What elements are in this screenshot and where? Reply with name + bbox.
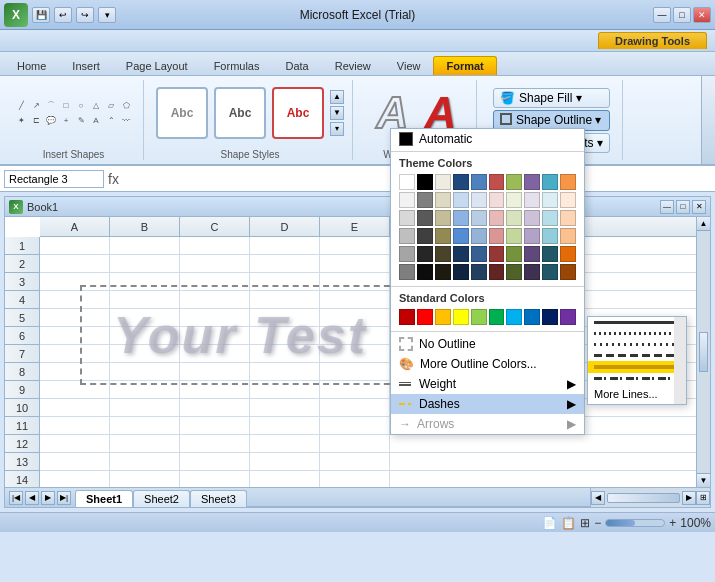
scroll-up-button[interactable]: ▲	[697, 217, 710, 231]
theme-color-cell[interactable]	[417, 246, 433, 262]
dash-dashed-item[interactable]	[588, 350, 686, 361]
shape-style-3-button[interactable]: Abc	[272, 87, 324, 139]
style-scroll-down[interactable]: ▼	[330, 106, 344, 120]
zoom-slider[interactable]	[605, 519, 665, 527]
line-shape-btn[interactable]: ╱	[14, 98, 28, 112]
formula-function-icon[interactable]: fx	[108, 171, 119, 187]
cell-E10[interactable]	[320, 399, 390, 417]
arrows-item[interactable]: → Arrows ▶	[391, 414, 584, 434]
theme-color-cell[interactable]	[435, 228, 451, 244]
theme-color-cell[interactable]	[542, 210, 558, 226]
tab-data[interactable]: Data	[272, 56, 321, 75]
tri-shape-btn[interactable]: △	[89, 98, 103, 112]
theme-color-cell[interactable]	[506, 228, 522, 244]
standard-color-cell[interactable]	[417, 309, 433, 325]
circle-shape-btn[interactable]: ○	[74, 98, 88, 112]
standard-color-cell[interactable]	[399, 309, 415, 325]
zoom-in-icon[interactable]: +	[669, 516, 676, 530]
workbook-maximize-button[interactable]: □	[676, 200, 690, 214]
sheet-next-button[interactable]: ▶	[41, 491, 55, 505]
theme-color-cell[interactable]	[489, 174, 505, 190]
banner-shape-btn[interactable]: ⊏	[29, 113, 43, 127]
theme-color-cell[interactable]	[417, 210, 433, 226]
page-break-view-icon[interactable]: ⊞	[580, 516, 590, 530]
theme-color-cell[interactable]	[399, 246, 415, 262]
tab-insert[interactable]: Insert	[59, 56, 113, 75]
theme-color-cell[interactable]	[524, 174, 540, 190]
cell-B2[interactable]	[110, 255, 180, 273]
theme-color-cell[interactable]	[506, 192, 522, 208]
no-outline-item[interactable]: No Outline	[391, 334, 584, 354]
theme-color-cell[interactable]	[560, 264, 576, 280]
theme-color-cell[interactable]	[489, 246, 505, 262]
cell-C11[interactable]	[180, 417, 250, 435]
theme-color-cell[interactable]	[471, 228, 487, 244]
theme-color-cell[interactable]	[471, 246, 487, 262]
standard-color-cell[interactable]	[542, 309, 558, 325]
automatic-color-item[interactable]: Automatic	[391, 129, 584, 149]
theme-color-cell[interactable]	[471, 192, 487, 208]
tab-view[interactable]: View	[384, 56, 434, 75]
cell-B13[interactable]	[110, 453, 180, 471]
theme-color-cell[interactable]	[453, 264, 469, 280]
theme-color-cell[interactable]	[560, 246, 576, 262]
sheet-tab-3[interactable]: Sheet3	[190, 490, 247, 507]
theme-color-cell[interactable]	[560, 174, 576, 190]
cell-D2[interactable]	[250, 255, 320, 273]
name-box[interactable]	[4, 170, 104, 188]
cell-E2[interactable]	[320, 255, 390, 273]
theme-color-cell[interactable]	[417, 192, 433, 208]
theme-color-cell[interactable]	[417, 264, 433, 280]
para-shape-btn[interactable]: ▱	[104, 98, 118, 112]
cell-D14[interactable]	[250, 471, 320, 487]
standard-color-cell[interactable]	[524, 309, 540, 325]
theme-color-cell[interactable]	[560, 210, 576, 226]
theme-color-cell[interactable]	[524, 210, 540, 226]
tab-page-layout[interactable]: Page Layout	[113, 56, 201, 75]
page-layout-view-icon[interactable]: 📋	[561, 516, 576, 530]
standard-color-cell[interactable]	[560, 309, 576, 325]
cell-C13[interactable]	[180, 453, 250, 471]
cell-B1[interactable]	[110, 237, 180, 255]
theme-color-cell[interactable]	[399, 192, 415, 208]
maximize-button[interactable]: □	[673, 7, 691, 23]
theme-color-cell[interactable]	[489, 228, 505, 244]
cell-E14[interactable]	[320, 471, 390, 487]
sheet-tab-1[interactable]: Sheet1	[75, 490, 133, 507]
quick-access-more-button[interactable]: ▾	[98, 7, 116, 23]
shape-style-1-button[interactable]: Abc	[156, 87, 208, 139]
theme-color-cell[interactable]	[560, 192, 576, 208]
theme-color-cell[interactable]	[453, 192, 469, 208]
cell-B10[interactable]	[110, 399, 180, 417]
theme-color-cell[interactable]	[471, 210, 487, 226]
cell-A11[interactable]	[40, 417, 110, 435]
close-button[interactable]: ✕	[693, 7, 711, 23]
penta-shape-btn[interactable]: ⬠	[119, 98, 133, 112]
theme-color-cell[interactable]	[453, 246, 469, 262]
cell-E13[interactable]	[320, 453, 390, 471]
cell-D13[interactable]	[250, 453, 320, 471]
dashes-scrollbar[interactable]	[674, 317, 686, 404]
vertical-scrollbar[interactable]: ▲ ▼	[696, 217, 710, 487]
theme-color-cell[interactable]	[506, 174, 522, 190]
cell-E11[interactable]	[320, 417, 390, 435]
theme-color-cell[interactable]	[506, 264, 522, 280]
cell-E12[interactable]	[320, 435, 390, 453]
theme-color-cell[interactable]	[435, 246, 451, 262]
theme-color-cell[interactable]	[489, 192, 505, 208]
scroll-thumb[interactable]	[699, 332, 708, 372]
more-shapes-btn[interactable]: +	[59, 113, 73, 127]
standard-color-cell[interactable]	[506, 309, 522, 325]
sheet-prev-button[interactable]: ◀	[25, 491, 39, 505]
theme-color-cell[interactable]	[524, 228, 540, 244]
sheet-tab-2[interactable]: Sheet2	[133, 490, 190, 507]
dash-dotted-square-item[interactable]	[588, 339, 686, 350]
rect-shape-btn[interactable]: □	[59, 98, 73, 112]
weight-item[interactable]: Weight ▶	[391, 374, 584, 394]
cell-D10[interactable]	[250, 399, 320, 417]
theme-color-cell[interactable]	[417, 228, 433, 244]
theme-color-cell[interactable]	[435, 174, 451, 190]
theme-color-cell[interactable]	[453, 174, 469, 190]
dash-long-item[interactable]	[588, 361, 686, 373]
theme-color-cell[interactable]	[399, 264, 415, 280]
